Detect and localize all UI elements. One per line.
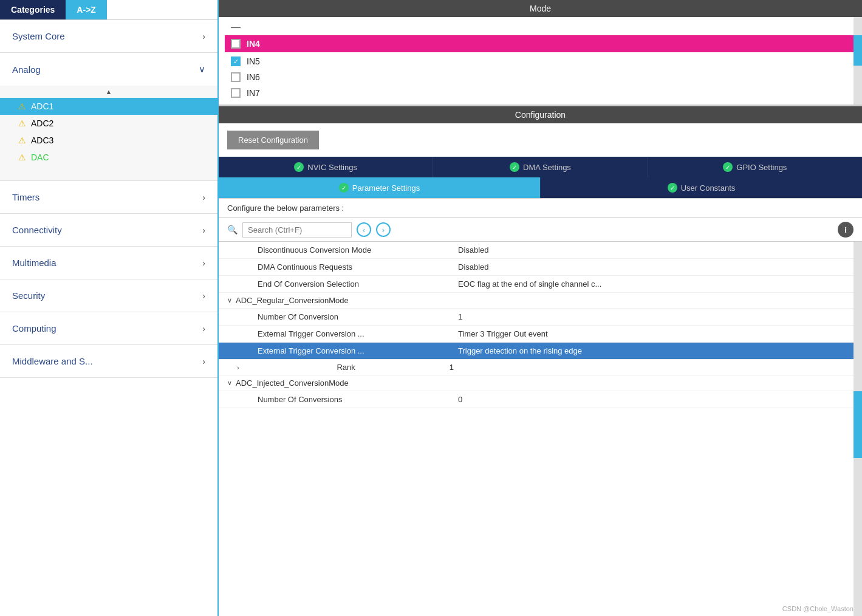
rank-label: Rank (243, 363, 450, 372)
tab-dma-settings[interactable]: ✓ DMA Settings (433, 157, 648, 177)
param-value-disc: Disabled (458, 245, 853, 255)
param-name-exttrig: External Trigger Conversion ... (227, 329, 458, 338)
sidebar-item-security[interactable]: Security › (0, 279, 217, 312)
chevron-right-icon-computing: › (202, 324, 205, 334)
param-value-numconv: 1 (458, 312, 853, 321)
sidebar-item-middleware[interactable]: Middleware and S... › (0, 345, 217, 378)
reset-configuration-button[interactable]: Reset Configuration (227, 131, 319, 149)
tab-categories[interactable]: Categories (0, 0, 66, 19)
gpio-check-icon: ✓ (723, 162, 733, 172)
warning-icon: ⚠ (18, 101, 26, 111)
params-scrollbar-thumb[interactable] (853, 391, 862, 458)
user-label: User Constants (681, 183, 736, 193)
collapse-injected-icon[interactable]: ∨ (227, 379, 232, 387)
param-name-numconvs: Number Of Conversions (227, 395, 458, 404)
table-row: Number Of Conversion 1 (219, 309, 862, 326)
analog-subitems: ▲ ⚠ ADC1 ⚠ ADC2 ⚠ ADC3 ⚠ DAC (0, 86, 217, 180)
mode-scrollbar-thumb[interactable] (853, 35, 862, 66)
channel-in5-checkbox[interactable]: ✓ (231, 56, 241, 66)
sidebar-header: Categories A->Z (0, 0, 217, 20)
params-tab-label: Parameter Settings (352, 183, 420, 193)
params-table: Discontinuous Conversion Mode Disabled D… (219, 242, 862, 616)
channel-in4-checkbox[interactable] (231, 39, 241, 49)
param-name-dma: DMA Continuous Requests (227, 262, 458, 272)
next-arrow-button[interactable]: › (376, 222, 391, 237)
tabs-row2: ✓ Parameter Settings ✓ User Constants (219, 177, 862, 198)
param-name-numconv: Number Of Conversion (227, 312, 458, 321)
config-header: Configuration (219, 106, 862, 123)
sidebar-item-analog-section: Analog ∨ ▲ ⚠ ADC1 ⚠ ADC2 ⚠ ADC3 ⚠ (0, 53, 217, 181)
rank-value: 1 (450, 363, 454, 372)
collapse-icon[interactable]: ∨ (227, 296, 232, 304)
chevron-right-icon-security: › (202, 291, 205, 301)
sidebar-item-analog-label: Analog (12, 64, 41, 75)
mode-scrollbar-track (853, 17, 862, 104)
param-value-exttrig2: Trigger detection on the rising edge (458, 346, 853, 355)
param-value-exttrig: Timer 3 Trigger Out event (458, 329, 853, 338)
sidebar-item-middleware-label: Middleware and S... (12, 356, 93, 366)
rank-chevron-icon[interactable]: › (237, 364, 239, 371)
sidebar-item-connectivity-label: Connectivity (12, 225, 62, 235)
sidebar-item-security-label: Security (12, 290, 45, 301)
param-value-numconvs: 0 (458, 395, 853, 404)
tab-gpio-settings[interactable]: ✓ GPIO Settings (648, 157, 862, 177)
rank-row: › Rank 1 (219, 360, 862, 375)
watermark: CSDN @Chole_Waston (782, 605, 853, 612)
channel-in7-checkbox[interactable] (231, 88, 241, 98)
table-row: Number Of Conversions 0 (219, 391, 862, 408)
user-check-icon: ✓ (668, 183, 677, 193)
sidebar-item-connectivity[interactable]: Connectivity › (0, 214, 217, 247)
group-regular-row: ∨ ADC_Regular_ConversionMode (219, 293, 862, 309)
sidebar-item-timers-label: Timers (12, 192, 39, 202)
sidebar-item-dac[interactable]: ⚠ DAC (0, 149, 217, 166)
mode-section: Mode — IN4 ✓ IN5 IN6 (219, 0, 862, 106)
sidebar-item-computing[interactable]: Computing › (0, 312, 217, 345)
table-row: DMA Continuous Requests Disabled (219, 259, 862, 276)
param-value-eoc: EOC flag at the end of single channel c.… (458, 279, 853, 289)
channel-in5-row: ✓ IN5 (225, 53, 856, 69)
warning-icon-adc3: ⚠ (18, 135, 26, 145)
mode-dash: — (225, 21, 856, 34)
channel-in6-checkbox[interactable] (231, 72, 241, 82)
params-check-icon: ✓ (339, 183, 349, 193)
dma-label: DMA Settings (523, 163, 571, 172)
tab-az[interactable]: A->Z (66, 0, 107, 19)
channel-in5-label: IN5 (247, 56, 260, 66)
params-description: Configure the below parameters : (219, 198, 862, 218)
tab-nvic-settings[interactable]: ✓ NVIC Settings (219, 157, 433, 177)
sidebar-item-adc2[interactable]: ⚠ ADC2 (0, 115, 217, 132)
param-name-disc: Discontinuous Conversion Mode (227, 245, 458, 255)
group-injected-row: ∨ ADC_Injected_ConversionMode (219, 375, 862, 391)
group-regular-label: ADC_Regular_ConversionMode (236, 296, 349, 305)
table-row-highlighted: External Trigger Conversion ... Trigger … (219, 343, 862, 360)
sidebar-item-adc3[interactable]: ⚠ ADC3 (0, 132, 217, 149)
sidebar-item-system-core[interactable]: System Core › (0, 20, 217, 53)
sidebar-item-multimedia[interactable]: Multimedia › (0, 247, 217, 279)
sidebar-item-adc1[interactable]: ⚠ ADC1 (0, 98, 217, 115)
gpio-label: GPIO Settings (736, 163, 787, 172)
table-row: External Trigger Conversion ... Timer 3 … (219, 326, 862, 343)
dac-label: DAC (31, 152, 49, 162)
info-button[interactable]: i (838, 222, 853, 238)
channel-in4-row: IN4 (225, 35, 856, 52)
sidebar-item-timers[interactable]: Timers › (0, 181, 217, 214)
sidebar-item-multimedia-label: Multimedia (12, 258, 56, 268)
config-title: Configuration (515, 110, 566, 120)
table-row: End Of Conversion Selection EOC flag at … (219, 276, 862, 293)
tab-parameter-settings[interactable]: ✓ Parameter Settings (219, 177, 541, 198)
reset-btn-row: Reset Configuration (219, 123, 862, 157)
mode-title: Mode (530, 4, 551, 13)
prev-arrow-button[interactable]: ‹ (357, 222, 371, 237)
chevron-right-icon-timers: › (202, 193, 205, 202)
analog-spacer (0, 166, 217, 180)
channel-in7-row: IN7 (225, 85, 856, 101)
warning-icon-dac: ⚠ (18, 152, 26, 162)
search-input[interactable] (242, 222, 352, 238)
adc3-label: ADC3 (31, 135, 53, 145)
chevron-right-icon-middleware: › (202, 357, 205, 366)
tab-user-constants[interactable]: ✓ User Constants (541, 177, 862, 198)
chevron-right-icon-connectivity: › (202, 225, 205, 235)
sidebar-item-analog[interactable]: Analog ∨ (0, 53, 217, 86)
sidebar-item-label: System Core (12, 31, 65, 41)
configuration-section: Configuration Reset Configuration ✓ NVIC… (219, 106, 862, 616)
